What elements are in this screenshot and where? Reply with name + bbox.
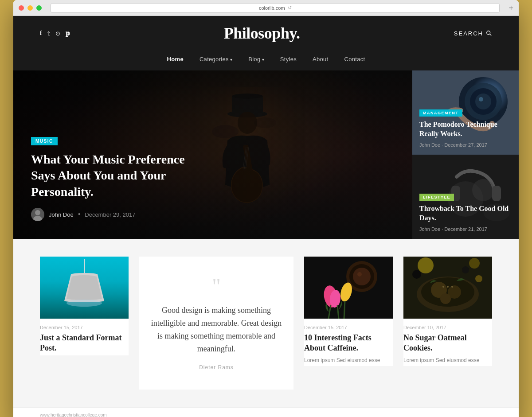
nav-home[interactable]: Home [167,56,184,62]
articles-section: December 15, 2017 Just a Standard Format… [13,239,519,407]
food-illustration [403,257,492,319]
svg-point-53 [447,286,449,288]
site-header: f 𝕥 ⊙ 𝕡 Philosophy. SEARCH [13,16,519,51]
article-title-lamp[interactable]: Just a Standard Format Post. [40,333,129,354]
svg-point-49 [475,275,482,282]
article-date-lamp: December 15, 2017 [40,325,129,330]
side-card-tag-management: MANAGEMENT [419,109,462,117]
quote-text: Good design is making something intellig… [150,304,283,355]
articles-grid: December 15, 2017 Just a Standard Format… [40,257,492,390]
site-content: f 𝕥 ⊙ 𝕡 Philosophy. SEARCH Home Categori… [13,16,519,417]
url-bar[interactable]: colorlib.com ↺ [51,3,500,13]
browser-window: colorlib.com ↺ + f 𝕥 ⊙ 𝕡 Philosophy. SEA… [13,0,519,417]
new-tab-button[interactable]: + [509,4,513,12]
quote-card: " Good design is making something intell… [139,257,293,390]
svg-point-51 [462,266,469,273]
side-card-management[interactable]: MANAGEMENT The Pomodoro Technique Really… [412,70,519,155]
article-body-lamp: December 15, 2017 Just a Standard Format… [40,319,129,355]
search-icon [486,30,492,36]
hero-title[interactable]: What Your Music Preference Says About Yo… [31,152,208,200]
svg-point-50 [412,270,421,279]
nav-about[interactable]: About [313,56,328,62]
svg-point-21 [479,97,483,101]
article-excerpt-coffee: Lorem ipsum Sed eiusmod esse [304,356,393,364]
nav-styles[interactable]: Styles [280,56,297,62]
article-coffee[interactable]: December 15, 2017 10 Interesting Facts A… [304,257,393,366]
lamp-illustration [58,259,111,316]
site-logo: Philosophy. [224,24,300,43]
svg-point-20 [475,94,491,109]
author-avatar [31,208,44,221]
article-date-food: December 10, 2017 [403,325,492,330]
hero-category-tag[interactable]: MUSIC [31,137,58,145]
svg-point-14 [35,210,40,215]
social-links: f 𝕥 ⊙ 𝕡 [40,30,70,37]
svg-point-54 [451,286,453,288]
side-card-tag-lifestyle: LIFESTYLE [419,194,454,201]
article-food[interactable]: December 10, 2017 No Sugar Oatmeal Cooki… [403,257,492,366]
article-excerpt-food: Lorem ipsum Sed eiusmod esse [403,356,492,364]
nav-categories[interactable]: Categories [200,56,232,62]
hero-content: MUSIC What Your Music Preference Says Ab… [31,136,395,221]
minimize-button[interactable] [27,5,33,11]
twitter-link[interactable]: 𝕥 [47,30,50,37]
hero-section: MUSIC What Your Music Preference Says Ab… [13,70,519,239]
article-title-food[interactable]: No Sugar Oatmeal Cookies. [403,333,492,354]
instagram-link[interactable]: ⊙ [55,30,60,37]
side-card-title-lifestyle: Throwback To The Good Old Days. [419,204,512,223]
article-title-coffee[interactable]: 10 Interesting Facts About Caffeine. [304,333,393,354]
article-image-coffee [304,257,393,319]
svg-point-34 [357,272,362,277]
article-image-lamp [40,257,129,319]
article-image-food [403,257,492,319]
hero-meta: John Doe • December 29, 2017 [31,208,395,221]
hero-side-cards: MANAGEMENT The Pomodoro Technique Really… [412,70,519,239]
site-navigation: Home Categories Blog Styles About Contac… [13,51,519,70]
svg-point-46 [440,293,451,304]
svg-point-52 [442,286,444,288]
svg-point-33 [353,268,371,285]
browser-titlebar: colorlib.com ↺ + [13,0,519,16]
facebook-link[interactable]: f [40,30,42,37]
article-body-coffee: December 15, 2017 10 Interesting Facts A… [304,319,393,366]
hero-date: December 29, 2017 [85,211,135,218]
coffee-illustration [304,257,393,319]
site-footer: www.heritagechristiancollege.com [13,407,519,417]
svg-point-47 [418,257,434,273]
side-card-meta-management: John Doe · December 27, 2017 [419,142,512,148]
article-lamp[interactable]: December 15, 2017 Just a Standard Format… [40,257,129,355]
pinterest-link[interactable]: 𝕡 [66,30,70,37]
svg-point-29 [66,300,102,307]
quote-author: Dieter Rams [199,364,234,370]
nav-contact[interactable]: Contact [344,56,365,62]
svg-point-48 [469,258,480,269]
article-date-coffee: December 15, 2017 [304,325,393,330]
footer-url: www.heritagechristiancollege.com [40,413,107,417]
side-card-lifestyle[interactable]: LIFESTYLE Throwback To The Good Old Days… [412,155,519,239]
search-button[interactable]: SEARCH [454,30,492,37]
hero-main[interactable]: MUSIC What Your Music Preference Says Ab… [13,70,412,239]
side-card-title-management: The Pomodoro Technique Really Works. [419,120,512,139]
article-body-food: December 10, 2017 No Sugar Oatmeal Cooki… [403,319,492,366]
nav-blog[interactable]: Blog [248,56,264,62]
maximize-button[interactable] [36,5,42,11]
close-button[interactable] [19,5,24,11]
svg-point-0 [487,31,490,35]
svg-line-40 [344,301,345,319]
svg-line-1 [490,34,492,36]
hero-author: John Doe [49,211,74,218]
quote-mark: " [212,276,221,297]
side-card-meta-lifestyle: John Doe · December 21, 2017 [419,226,512,232]
